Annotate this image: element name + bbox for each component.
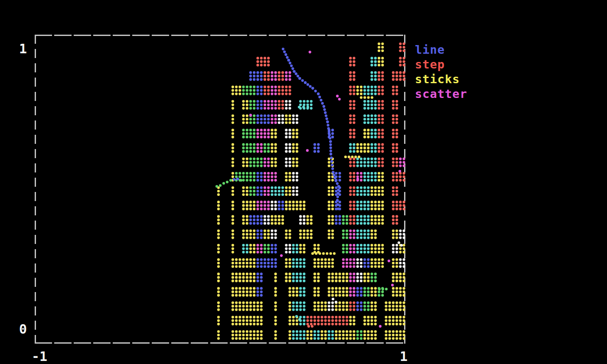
- data-dots-layer: [215, 42, 405, 340]
- x-axis-tick-min: -1: [29, 350, 50, 363]
- x-axis-tick-max: 1: [393, 350, 414, 363]
- legend-item-step: step: [415, 57, 467, 72]
- y-axis-tick-max: 1: [10, 42, 27, 55]
- legend-item-scatter: scatter: [415, 87, 467, 101]
- plot-frame: [35, 35, 405, 344]
- legend-item-line: line: [415, 42, 467, 57]
- terminal-plot-screen: 1 0 -1 1 line step sticks scatter: [0, 0, 607, 364]
- legend-item-sticks: sticks: [415, 72, 467, 87]
- y-axis-tick-min: 0: [10, 323, 27, 336]
- plot-canvas: [0, 0, 607, 364]
- legend: line step sticks scatter: [415, 42, 467, 101]
